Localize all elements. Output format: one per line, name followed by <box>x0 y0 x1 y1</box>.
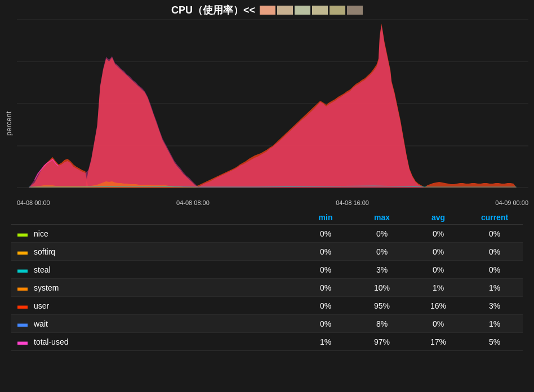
row-current: 0% <box>466 265 523 274</box>
row-max: 3% <box>354 265 410 274</box>
chart-svg: 100% 75% 50% 25% 0% <box>17 19 528 197</box>
row-current: 3% <box>466 301 523 310</box>
row-avg: 0% <box>410 265 466 274</box>
row-max: 97% <box>354 337 410 346</box>
chart-visualization: 100% 75% 50% 25% 0% <box>17 19 528 188</box>
row-metric-name: total-used <box>34 337 297 346</box>
row-max: 8% <box>354 319 410 328</box>
row-max: 95% <box>354 301 410 310</box>
row-color-indicator: ▬ <box>11 264 34 275</box>
table-row: ▬ steal 0% 3% 0% 0% <box>11 261 523 279</box>
row-color-indicator: ▬ <box>11 300 34 311</box>
row-min: 0% <box>297 319 354 328</box>
row-color-indicator: ▬ <box>11 246 34 257</box>
row-metric-name: system <box>34 283 297 292</box>
row-max: 0% <box>354 247 410 256</box>
col-avg-header: avg <box>410 213 466 222</box>
row-metric-name: softirq <box>34 247 297 256</box>
chart-header: CPU（使用率）<< <box>0 0 534 19</box>
table-body: ▬ nice 0% 0% 0% 0% ▬ softirq 0% 0% 0% 0%… <box>11 225 523 351</box>
row-current: 1% <box>466 283 523 292</box>
x-label-0: 04-08 00:00 <box>17 199 50 211</box>
x-axis-labels: 04-08 00:0004-08 08:0004-08 16:0004-09 0… <box>17 197 528 211</box>
y-axis-label: percent <box>0 19 17 211</box>
row-color-indicator: ▬ <box>11 318 34 329</box>
chart-area: percent 100% 75% 50% 25% 0% <box>0 19 534 211</box>
table-row: ▬ user 0% 95% 16% 3% <box>11 297 523 315</box>
row-min: 0% <box>297 301 354 310</box>
legend-swatch-5 <box>347 6 363 15</box>
row-avg: 17% <box>410 337 466 346</box>
chart-title: CPU（使用率）<< <box>171 3 255 17</box>
legend-swatch-2 <box>295 6 310 15</box>
col-current-header: current <box>466 213 523 222</box>
legend-swatch-0 <box>260 6 275 15</box>
table-row: ▬ total-used 1% 97% 17% 5% <box>11 333 523 351</box>
x-label-1: 04-08 08:00 <box>176 199 210 211</box>
col-min-header: min <box>297 213 354 222</box>
table-row: ▬ system 0% 10% 1% 1% <box>11 279 523 297</box>
stats-table: min max avg current ▬ nice 0% 0% 0% 0% ▬… <box>0 211 534 392</box>
legend-swatch-1 <box>277 6 293 15</box>
row-metric-name: nice <box>34 229 297 238</box>
legend-swatch-4 <box>330 6 345 15</box>
row-avg: 1% <box>410 283 466 292</box>
main-container: CPU（使用率）<< percent 100% 75% 50% 25% <box>0 0 534 392</box>
row-avg: 16% <box>410 301 466 310</box>
row-max: 10% <box>354 283 410 292</box>
svg-marker-14 <box>29 25 517 188</box>
row-avg: 0% <box>410 247 466 256</box>
col-max-header: max <box>354 213 410 222</box>
chart-inner: 100% 75% 50% 25% 0% <box>17 19 528 211</box>
legend-swatches <box>260 6 363 15</box>
row-min: 0% <box>297 283 354 292</box>
table-row: ▬ wait 0% 8% 0% 1% <box>11 315 523 333</box>
table-row: ▬ softirq 0% 0% 0% 0% <box>11 243 523 261</box>
row-color-indicator: ▬ <box>11 336 34 348</box>
row-avg: 0% <box>410 229 466 238</box>
row-color-indicator: ▬ <box>11 282 34 293</box>
col-name-header <box>34 213 297 222</box>
table-row: ▬ nice 0% 0% 0% 0% <box>11 225 523 243</box>
row-current: 5% <box>466 337 523 346</box>
row-min: 1% <box>297 337 354 346</box>
row-metric-name: steal <box>34 265 297 274</box>
row-min: 0% <box>297 229 354 238</box>
x-label-3: 04-09 00:00 <box>495 199 528 211</box>
row-current: 0% <box>466 247 523 256</box>
row-metric-name: wait <box>34 319 297 328</box>
table-header: min max avg current <box>11 211 523 225</box>
row-current: 1% <box>466 319 523 328</box>
row-color-indicator: ▬ <box>11 228 34 239</box>
col-indicator-header <box>11 213 34 222</box>
legend-swatch-3 <box>312 6 328 15</box>
row-max: 0% <box>354 229 410 238</box>
row-min: 0% <box>297 247 354 256</box>
x-label-2: 04-08 16:00 <box>336 199 369 211</box>
row-min: 0% <box>297 265 354 274</box>
row-avg: 0% <box>410 319 466 328</box>
row-metric-name: user <box>34 301 297 310</box>
row-current: 0% <box>466 229 523 238</box>
